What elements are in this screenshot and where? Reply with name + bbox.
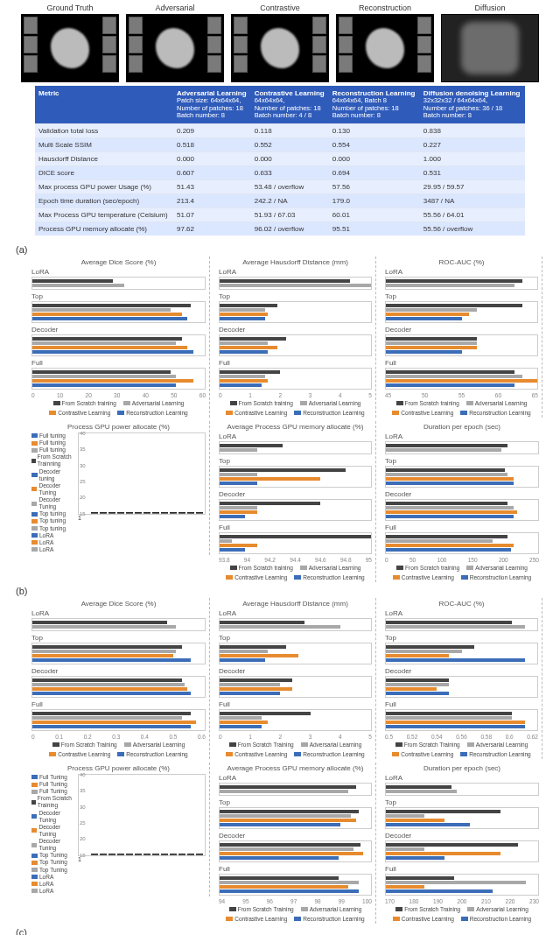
metrics-table: MetricAdversarial LearningPatch size: 64… (35, 86, 525, 236)
category-label: LoRA (385, 432, 539, 440)
category-label: Top (32, 292, 206, 300)
bar-adv (386, 308, 477, 312)
metric-name: DICE score (35, 165, 173, 179)
category-label: LoRA (219, 609, 372, 617)
category-label: Full (32, 359, 206, 367)
category-label: Top (219, 634, 372, 642)
bar-group: Top (32, 634, 206, 664)
thumb-adversarial: Adversarial (126, 4, 224, 82)
bar-scratch (220, 444, 283, 447)
th-col-1: Contrastive Learning64x64x64,Number of p… (251, 86, 329, 123)
legend-item: Adversarial Learning (466, 400, 528, 406)
bar-adv (220, 683, 280, 686)
legend-item: Contrastive Learning (49, 751, 110, 757)
box-legend-item: Full Tuning (32, 788, 76, 795)
table-row: Process GPU memory allocate (%)97.6296.0… (35, 221, 525, 236)
bar-group: Decoder (385, 832, 539, 862)
bar-scratch (220, 712, 311, 715)
table-row: Epoch time duration (sec/epoch)213.4242.… (35, 193, 525, 207)
legend-item: Adversarial Learning (300, 400, 361, 406)
bar-recon (220, 548, 245, 552)
metric-value: 51.07 (173, 207, 251, 221)
bar-chart: Duration per epoch (sec)LoRATopDecoderFu… (380, 763, 542, 924)
bar-adv (386, 881, 526, 884)
metric-value: 0.000 (173, 151, 251, 165)
bar-recon (386, 548, 511, 552)
bar-adv (220, 473, 257, 476)
box-legend-item: Decoder Tuning (32, 810, 76, 824)
bar-recon (220, 823, 340, 826)
metric-value: 96.02 / overflow (251, 221, 329, 236)
bar-scratch (32, 645, 182, 649)
category-label: Full (385, 865, 539, 873)
category-label: Top (219, 798, 372, 806)
bar-adv (220, 625, 340, 629)
bar-recon (32, 692, 191, 695)
metric-value: 95.51 (329, 221, 420, 236)
bar-contr (220, 544, 257, 547)
metric-value: 0.209 (173, 123, 251, 137)
bar-group: LoRA (219, 774, 372, 796)
chart-title: Average Process GPU memory allocate (%) (219, 423, 372, 431)
table-row: Max process GPU power Usage (%)51.4353.4… (35, 179, 525, 193)
bar-chart: Average Hausdorff Distance (mm)LoRATopDe… (214, 257, 376, 418)
bar-group: Top (385, 292, 538, 323)
bar-adv (386, 375, 522, 378)
bar-scratch (220, 810, 359, 813)
box-legend-item: LoRA (32, 874, 76, 881)
bar-contr (220, 819, 356, 822)
box-legend-item: Full tuning (32, 432, 76, 439)
bar-contr (386, 721, 525, 724)
legend-item: Reconstruction Learning (461, 916, 531, 922)
bar-adv (220, 650, 268, 653)
bar-scratch (386, 304, 522, 307)
bar-scratch (32, 370, 171, 374)
metric-name: Max process GPU power Usage (%) (35, 179, 173, 193)
box-legend-item: Top tuning (32, 510, 76, 517)
table-row: Hausdorff Distance0.0000.0000.0001.000 (35, 151, 525, 165)
x-ticks: 93.89494.294.494.694.895 (219, 557, 372, 563)
thumb-label: Adversarial (126, 4, 224, 12)
metric-value: 0.518 (173, 137, 251, 151)
bar-contr (32, 346, 187, 349)
bar-group: Full (385, 524, 539, 554)
metric-value: 242.2 / NA (251, 193, 329, 207)
bar-scratch (386, 444, 508, 447)
x-ticks: 170180190200210220230 (385, 898, 539, 904)
thumb-contrastive: Contrastive (231, 4, 329, 82)
legend-item: From Scratch Training (52, 742, 117, 748)
bar-adv (386, 284, 514, 287)
bar-group: LoRA (32, 268, 206, 290)
metric-value: 57.56 (329, 179, 420, 193)
bar-chart: Duration per epoch (sec)LoRATopDecoderFu… (380, 421, 542, 582)
category-label: LoRA (32, 609, 206, 617)
bar-scratch (220, 535, 371, 538)
bar-adv (220, 284, 371, 287)
th-metric: Metric (35, 86, 173, 123)
metric-value: 3487 / NA (420, 193, 525, 207)
bar-contr (32, 379, 193, 383)
bar-chart: Average Process GPU memory allocate (%)L… (214, 763, 376, 924)
bar-recon (32, 317, 187, 320)
metric-name: Hausdorff Distance (35, 151, 173, 165)
chart-legend: From Scratch TrainingAdversarial Learnin… (219, 906, 372, 922)
category-label: Top (219, 292, 372, 300)
bar-adv (220, 448, 257, 452)
legend-item: Adversarial Learning (466, 565, 528, 571)
legend-item: Contrastive Learning (49, 410, 110, 416)
x-ticks: 4550556065 (385, 392, 538, 398)
chart-legend: From Scratch TrainingAdversarial Learnin… (32, 742, 206, 757)
panel-label-c: (c) (0, 924, 560, 935)
bar-contr (386, 477, 514, 481)
category-label: Full (385, 700, 538, 708)
bar-group: Decoder (385, 490, 539, 521)
metric-value: 55.56 / 64.01 (420, 207, 525, 221)
bar-group: Full (219, 865, 372, 896)
bar-contr (220, 379, 268, 383)
thumb-ground-truth: Ground Truth (21, 4, 119, 82)
bar-adv (386, 790, 457, 793)
box-legend-item: Top Tuning (32, 852, 76, 859)
bar-scratch (386, 370, 514, 374)
box-legend-item: Full Tuning (32, 781, 76, 788)
category-label: Top (385, 634, 538, 642)
